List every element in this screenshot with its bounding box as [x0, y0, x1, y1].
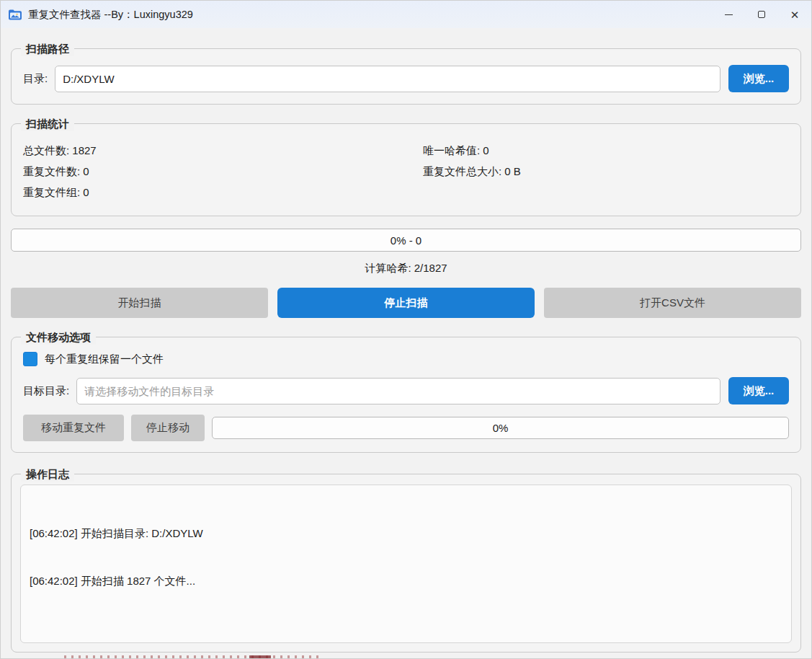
stop-move-button[interactable]: 停止移动 [131, 415, 205, 441]
dir-input[interactable] [55, 66, 720, 92]
maximize-button[interactable] [745, 1, 778, 28]
stat-total-files: 总文件数: 1827 [23, 140, 423, 161]
stat-duplicate-files: 重复文件数: 0 [23, 161, 423, 182]
hash-status-label: 计算哈希: 2/1827 [1, 262, 811, 275]
keep-one-label: 每个重复组保留一个文件 [45, 353, 164, 366]
app-folder-icon [8, 9, 22, 21]
stat-duplicate-groups: 重复文件组: 0 [23, 182, 423, 203]
stop-scan-button[interactable]: 停止扫描 [277, 288, 535, 318]
stats-left-column: 总文件数: 1827 重复文件数: 0 重复文件组: 0 [23, 140, 423, 203]
background-window-artifact [249, 655, 271, 658]
close-button[interactable]: ✕ [778, 1, 811, 28]
start-scan-button[interactable]: 开始扫描 [11, 288, 268, 318]
log-line: [06:42:02] 开始扫描 1827 个文件... [30, 573, 782, 589]
scan-stats-group: 扫描统计 总文件数: 1827 重复文件数: 0 重复文件组: 0 唯一哈希值:… [11, 123, 801, 216]
log-line: [06:42:02] 开始扫描目录: D:/XDYLW [30, 526, 782, 541]
target-dir-label: 目标目录: [23, 384, 69, 398]
browse-target-button[interactable]: 浏览... [728, 377, 789, 404]
close-icon: ✕ [790, 9, 800, 20]
move-options-group: 文件移动选项 每个重复组保留一个文件 目标目录: 浏览... 移动重复文件 停止… [11, 337, 801, 453]
keep-one-checkbox[interactable] [23, 352, 37, 366]
move-options-legend: 文件移动选项 [21, 330, 96, 345]
log-output[interactable]: [06:42:02] 开始扫描目录: D:/XDYLW [06:42:02] 开… [20, 485, 792, 643]
scan-path-group: 扫描路径 目录: 浏览... [11, 48, 801, 105]
log-group: 操作日志 [06:42:02] 开始扫描目录: D:/XDYLW [06:42:… [11, 474, 801, 653]
browse-dir-button[interactable]: 浏览... [728, 65, 789, 92]
stats-right-column: 唯一哈希值: 0 重复文件总大小: 0 B [423, 140, 789, 203]
move-progress-bar: 0% [212, 417, 789, 439]
app-window: { "window": { "title": "重复文件查找器 --By：Lux… [0, 0, 812, 659]
dir-label: 目录: [23, 72, 48, 86]
window-title: 重复文件查找器 --By：Luxingyu329 [28, 8, 193, 22]
open-csv-button[interactable]: 打开CSV文件 [544, 288, 801, 318]
scan-progress-bar: 0% - 0 [11, 229, 801, 252]
target-dir-input[interactable] [76, 378, 720, 404]
minimize-button[interactable] [712, 1, 745, 28]
stat-unique-hashes: 唯一哈希值: 0 [423, 140, 789, 161]
move-duplicates-button[interactable]: 移动重复文件 [23, 415, 124, 441]
log-legend: 操作日志 [21, 466, 74, 482]
titlebar[interactable]: 重复文件查找器 --By：Luxingyu329 ✕ [1, 1, 811, 28]
minimize-icon [725, 14, 733, 15]
action-button-row: 开始扫描 停止扫描 打开CSV文件 [11, 288, 801, 318]
scan-progress-text: 0% - 0 [391, 234, 421, 247]
stat-duplicate-size: 重复文件总大小: 0 B [423, 161, 789, 182]
window-controls: ✕ [712, 1, 811, 28]
maximize-icon [758, 11, 765, 18]
move-progress-text: 0% [493, 422, 509, 434]
background-window-artifact [64, 655, 324, 658]
scan-path-legend: 扫描路径 [21, 41, 74, 56]
scan-stats-legend: 扫描统计 [21, 116, 74, 131]
